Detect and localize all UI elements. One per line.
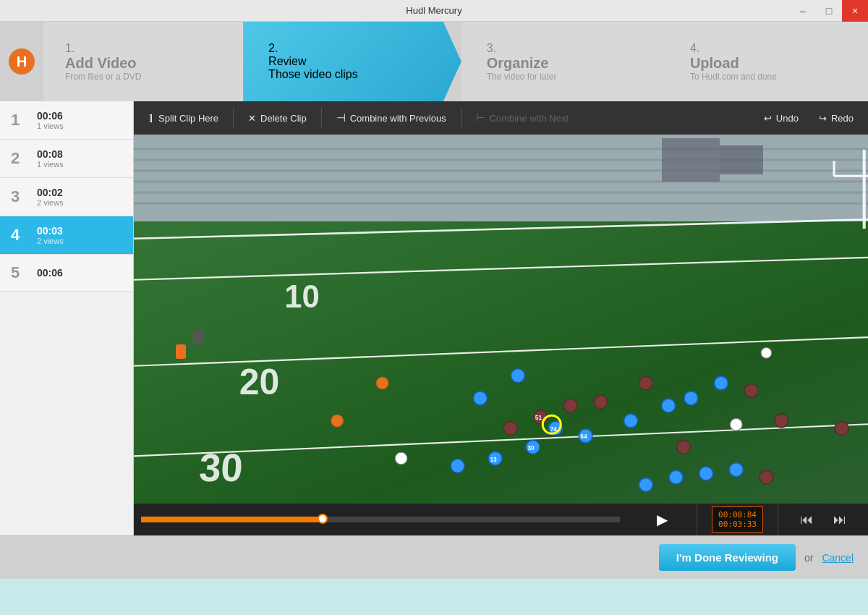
bleachers — [134, 135, 868, 221]
clip-views: 2 views — [37, 237, 64, 245]
svg-line-11 — [134, 255, 868, 281]
progress-bar[interactable] — [141, 517, 620, 522]
combine-previous-button[interactable]: ⊣ Combine with Previous — [328, 107, 455, 129]
next-clip-button[interactable]: ⏭ — [826, 512, 854, 527]
video-area: ⫿ Split Clip Here ✕ Delete Clip ⊣ Combin… — [134, 101, 868, 535]
svg-point-43 — [542, 415, 561, 433]
clip-item-2[interactable]: 2 00:08 1 views — [0, 140, 133, 178]
clip-duration: 00:06 — [37, 267, 63, 279]
step2-number: 2. — [268, 42, 358, 55]
done-reviewing-button[interactable]: I'm Done Reviewing — [659, 544, 796, 571]
step4-number: 4. — [690, 42, 777, 55]
svg-line-9 — [134, 421, 868, 459]
clip-number: 4 — [11, 226, 31, 245]
progress-thumb[interactable] — [318, 514, 328, 524]
nav-controls: ⏮ ⏭ — [778, 504, 868, 535]
video-toolbar: ⫿ Split Clip Here ✕ Delete Clip ⊣ Combin… — [134, 101, 868, 135]
progress-fill — [141, 517, 323, 522]
clip-item-3[interactable]: 3 00:02 2 views — [0, 178, 133, 216]
svg-point-44 — [395, 452, 407, 465]
svg-point-40 — [775, 414, 788, 428]
step3-number: 3. — [487, 42, 557, 55]
play-controls: ▶ — [627, 504, 697, 535]
toolbar-separator-1 — [233, 108, 234, 128]
clip-duration: 00:03 — [37, 225, 64, 237]
video-player[interactable]: 30 20 10 10 — [134, 135, 868, 504]
svg-point-52 — [331, 415, 344, 427]
step2-title: Review — [268, 55, 358, 68]
svg-point-41 — [835, 422, 848, 436]
time-display-section: 00:00:84 00:03:33 — [697, 504, 778, 535]
svg-point-30 — [684, 391, 698, 405]
current-time: 00:00:84 — [718, 510, 757, 519]
svg-point-32 — [474, 391, 488, 405]
clip-item-5[interactable]: 5 00:06 — [0, 255, 133, 292]
prev-clip-button[interactable]: ⏮ — [793, 512, 820, 527]
svg-point-46 — [761, 348, 772, 359]
clip-views: 2 views — [37, 198, 64, 207]
undo-button[interactable]: ↩ Undo — [755, 109, 807, 128]
content-area: 1 00:06 1 views 2 00:08 1 views 3 00:02 … — [0, 101, 868, 535]
clip-number: 1 — [11, 111, 31, 130]
play-button[interactable]: ▶ — [649, 506, 675, 533]
cancel-button[interactable]: Cancel — [822, 552, 854, 564]
undo-icon: ↩ — [764, 113, 772, 124]
clip-item-1[interactable]: 1 00:06 1 views — [0, 101, 133, 140]
svg-text:51: 51 — [535, 414, 542, 421]
clip-duration: 00:06 — [37, 110, 64, 122]
svg-line-10 — [134, 334, 868, 368]
next-icon: ⏭ — [833, 512, 846, 527]
step4-title: Upload — [690, 55, 777, 72]
logo-area: H — [0, 22, 43, 101]
or-label: or — [804, 552, 813, 564]
svg-point-47 — [639, 478, 652, 492]
svg-text:30: 30 — [198, 446, 244, 489]
svg-point-53 — [376, 377, 388, 389]
clip-views: 1 views — [37, 160, 64, 169]
step-review[interactable]: 2. Review Those video clips — [243, 22, 461, 101]
svg-point-51 — [760, 470, 773, 484]
svg-point-29 — [662, 399, 676, 412]
clip-views: 1 views — [37, 122, 64, 130]
prev-icon: ⏮ — [800, 512, 813, 527]
clip-duration: 00:08 — [37, 148, 64, 160]
split-clip-button[interactable]: ⫿ Split Clip Here — [140, 107, 227, 129]
svg-point-37 — [639, 376, 652, 390]
redo-icon: ↪ — [819, 113, 827, 124]
step-upload[interactable]: 4. Upload To Hudl.com and done — [665, 22, 868, 101]
step1-number: 1. — [65, 42, 141, 55]
toolbar-separator-2 — [321, 108, 322, 128]
step2-subtitle: Those video clips — [268, 68, 358, 81]
svg-point-39 — [744, 384, 758, 398]
close-button[interactable]: × — [842, 0, 868, 22]
svg-point-26 — [451, 459, 464, 473]
clip-number: 5 — [11, 263, 31, 282]
svg-text:64: 64 — [580, 433, 587, 440]
svg-point-38 — [503, 422, 517, 436]
total-time: 00:03:33 — [718, 519, 757, 529]
football-field: 30 20 10 10 — [134, 135, 868, 504]
svg-rect-7 — [662, 138, 720, 182]
clip-duration: 00:02 — [37, 187, 64, 198]
svg-point-50 — [729, 463, 743, 477]
delete-clip-button[interactable]: ✕ Delete Clip — [239, 109, 315, 128]
redo-button[interactable]: ↪ Redo — [810, 109, 862, 128]
step-add-video[interactable]: 1. Add Video From files or a DVD — [43, 22, 243, 101]
toolbar-separator-3 — [461, 108, 461, 128]
svg-text:13: 13 — [490, 456, 497, 463]
combine-next-button[interactable]: ⊢ Combine with Next — [467, 107, 577, 129]
svg-point-49 — [699, 467, 713, 480]
step1-subtitle: From files or a DVD — [65, 72, 141, 82]
step-organize[interactable]: 3. Organize The video for later — [461, 22, 665, 101]
step4-subtitle: To Hudl.com and done — [690, 72, 777, 82]
svg-point-35 — [534, 410, 548, 424]
svg-rect-8 — [720, 145, 763, 174]
delete-icon: ✕ — [248, 113, 256, 124]
step-header: H 1. Add Video From files or a DVD 2. Re… — [0, 22, 868, 101]
maximize-button[interactable]: □ — [816, 0, 842, 22]
step3-title: Organize — [487, 55, 557, 72]
window-controls: – □ × — [790, 0, 868, 22]
combine-prev-icon: ⊣ — [336, 111, 346, 124]
minimize-button[interactable]: – — [790, 0, 816, 22]
clip-item-4[interactable]: 4 00:03 2 views — [0, 216, 133, 255]
